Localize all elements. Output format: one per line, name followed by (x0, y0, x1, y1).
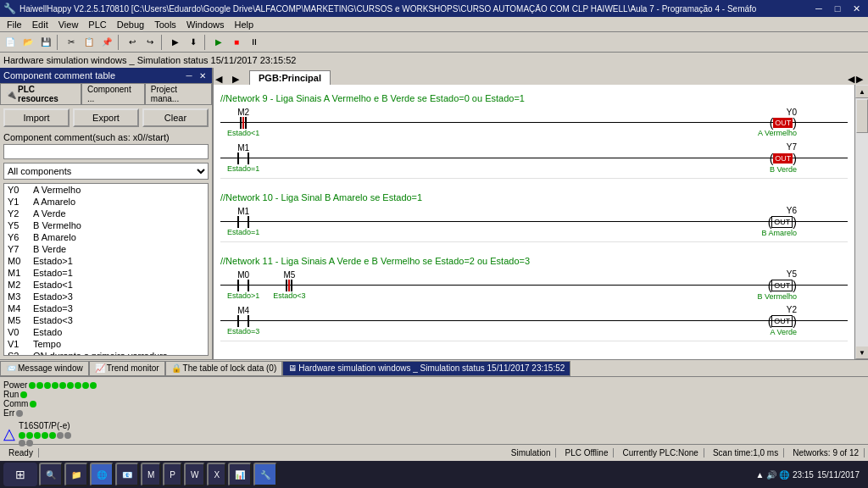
scroll-thumb[interactable] (856, 99, 868, 133)
toolbar-new[interactable]: 📄 (2, 34, 19, 51)
list-item[interactable]: Y2A Verde (4, 208, 208, 219)
left-arrow-icon[interactable]: ◀ (215, 74, 232, 85)
import-button[interactable]: Import (3, 108, 70, 127)
title-bar: 🔧 HaiwellHappy V2.2.5.170810 [C:\Users\E… (0, 0, 868, 17)
list-item[interactable]: M2Estado<1 (4, 279, 208, 291)
component-filter-dropdown[interactable]: All components (3, 163, 209, 180)
list-item[interactable]: M0Estado>1 (4, 255, 208, 267)
taskbar-browser[interactable]: 🌐 (90, 463, 114, 486)
contact-m1-n10-sublabel: Estado=1 (227, 228, 259, 236)
right-arrow-icon[interactable]: ▶ (232, 74, 249, 85)
toolbar-stop[interactable]: ■ (228, 34, 245, 51)
tab-hw-simulation[interactable]: 🖥 Hardware simulation windows _ Simulati… (282, 361, 570, 376)
coil-out2: OUT (773, 153, 793, 164)
menu-windows[interactable]: Windows (181, 19, 230, 30)
toolbar-copy[interactable]: 📋 (81, 34, 97, 51)
horizontal-line (220, 122, 848, 123)
menu-plc[interactable]: PLC (83, 19, 111, 30)
scroll-down-button[interactable]: ▼ (855, 346, 868, 359)
list-item[interactable]: M1Estado=1 (4, 267, 208, 279)
toolbar-cut[interactable]: ✂ (63, 34, 80, 51)
tab-plc-resources[interactable]: 🔌 PLC resources (0, 83, 81, 104)
contact-m1-symbol (237, 152, 249, 164)
toolbar-redo[interactable]: ↪ (142, 34, 159, 51)
toolbar-save[interactable]: 💾 (37, 34, 54, 51)
menu-help[interactable]: Help (230, 19, 259, 30)
hw-sim-label: Hardware simulation windows _ Simulation… (298, 363, 565, 373)
minimize-button[interactable]: ─ (810, 2, 827, 15)
taskbar-app-x[interactable]: X (207, 463, 226, 486)
maximize-button[interactable]: □ (829, 2, 846, 15)
list-item[interactable]: V0Estado (4, 326, 208, 338)
horizontal-line2 (220, 158, 848, 158)
taskbar-mail[interactable]: 📧 (115, 463, 139, 486)
tab-trend-monitor[interactable]: 📈 Trend monitor (89, 361, 165, 376)
tab-message-window[interactable]: 📨 Message window (0, 361, 89, 376)
tab-project[interactable]: Project mana... (145, 83, 212, 104)
list-item[interactable]: Y1A Amarelo (4, 196, 208, 208)
toolbar-undo[interactable]: ↩ (124, 34, 141, 51)
coil-y6-name: B Amarelo (761, 229, 797, 237)
list-item[interactable]: Y6B Amarelo (4, 231, 208, 243)
list-item[interactable]: S2ON durante a primeira varredura (4, 350, 208, 356)
contact-m1-n10-label: M1 (237, 207, 249, 216)
lock-table-label: The table of lock data (0) (183, 363, 277, 373)
menu-view[interactable]: View (53, 19, 84, 30)
panel-nav-left[interactable]: ◀ (848, 74, 854, 85)
taskbar-app-p[interactable]: P (163, 463, 182, 486)
right-scrollbar[interactable]: ▲ ▼ (854, 85, 868, 359)
scroll-track[interactable] (855, 98, 868, 346)
contact-fill (242, 117, 244, 129)
toolbar-run[interactable]: ▶ (210, 34, 227, 51)
start-button[interactable]: ⊞ (3, 463, 37, 486)
toolbar-download[interactable]: ⬇ (185, 34, 202, 51)
coil-y2-symbol: ( OUT ) (768, 314, 797, 328)
panel-close-button[interactable]: ✕ (197, 69, 209, 81)
scroll-up-button[interactable]: ▲ (855, 85, 868, 98)
list-item[interactable]: Y7B Verde (4, 243, 208, 255)
list-item[interactable]: M3Estado>3 (4, 291, 208, 302)
export-button[interactable]: Export (73, 108, 139, 127)
panel-pin-button[interactable]: ─ (183, 69, 195, 81)
list-item[interactable]: M4Estado=3 (4, 302, 208, 314)
search-input[interactable] (3, 144, 209, 159)
taskbar-explorer[interactable]: 📁 (64, 463, 88, 486)
clear-button[interactable]: Clear (142, 108, 209, 127)
taskbar-search[interactable]: 🔍 (39, 463, 63, 486)
taskbar-app-chart[interactable]: 📊 (228, 463, 252, 486)
coil-y6-label: Y6 (787, 206, 797, 215)
taskbar-app-w[interactable]: W (184, 463, 205, 486)
contact-m4: M4 Estado=3 (227, 306, 259, 336)
toolbar-paste[interactable]: 📌 (98, 34, 115, 51)
tab-component[interactable]: Component ... (81, 83, 145, 104)
network-11-comment: //Network 11 - Liga Sinais A Verde e B V… (220, 252, 848, 268)
panel-title-actions: ─ ✕ (183, 69, 209, 81)
windows-taskbar: ⊞ 🔍 📁 🌐 📧 M P W X 📊 🔧 ▲ 🔊 🌐 23:15 15/11/… (0, 461, 868, 488)
toolbar-open[interactable]: 📂 (19, 34, 36, 51)
taskbar-haiwell[interactable]: 🔧 (253, 463, 277, 486)
search-label: Component comment(such as: x0//start) (0, 130, 212, 144)
run-led (20, 391, 27, 398)
menu-edit[interactable]: Edit (27, 19, 53, 30)
sim-status-bar: Hardware simulation windows _ Simulation… (0, 53, 868, 68)
list-item[interactable]: Y5B Vermelho (4, 219, 208, 231)
toolbar-compile[interactable]: ▶ (167, 34, 184, 51)
menu-tools[interactable]: Tools (149, 19, 181, 30)
tab-pgb-label: PGB:Principal (259, 73, 321, 83)
panel-nav-right[interactable]: ▶ (856, 74, 863, 85)
tab-lock-table[interactable]: 🔒 The table of lock data (0) (165, 361, 283, 376)
list-item[interactable]: Y0A Vermelho (4, 184, 208, 196)
taskbar-app-m[interactable]: M (141, 463, 161, 486)
contact-m0-label: M0 (237, 270, 249, 280)
status-plc-offline: PLC Offline (559, 448, 614, 458)
run-label: Run (3, 390, 19, 399)
close-button[interactable]: ✕ (848, 2, 865, 15)
toolbar-pause[interactable]: ⏸ (246, 34, 263, 51)
menu-debug[interactable]: Debug (112, 19, 149, 30)
tab-pgb-principal[interactable]: PGB:Principal (249, 70, 331, 85)
menu-file[interactable]: File (2, 19, 27, 30)
list-item[interactable]: M5Estado<3 (4, 314, 208, 326)
list-item[interactable]: V1Tempo (4, 338, 208, 350)
right-tabs-bar: ◀ ▶ PGB:Principal ◀ ▶ (214, 68, 868, 85)
ladder-row-n9-2: M1 Estado=1 Y7 (220, 141, 848, 175)
